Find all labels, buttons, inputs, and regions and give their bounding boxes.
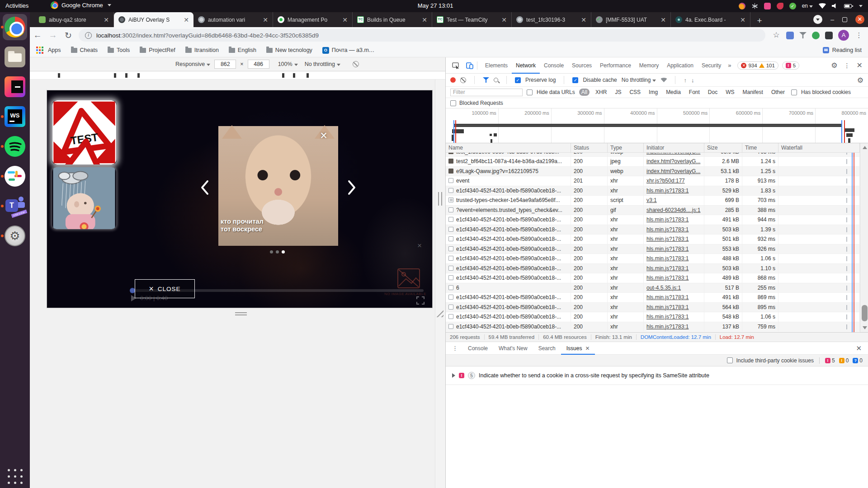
initiator-link[interactable]: hls.min.js?1783:1 xyxy=(646,314,689,320)
dock-item-toolbox[interactable] xyxy=(0,72,30,102)
carousel-dot-1[interactable] xyxy=(270,250,273,253)
initiator-link[interactable]: hls.min.js?1783:1 xyxy=(646,226,689,233)
resize-handle-corner[interactable] xyxy=(436,310,443,317)
tab-close-icon[interactable]: ✕ xyxy=(341,16,349,23)
battery-icon[interactable] xyxy=(844,4,852,8)
tab-close-icon[interactable]: ✕ xyxy=(660,16,667,23)
tab-close-icon[interactable]: ✕ xyxy=(580,16,587,23)
filter-chip-all[interactable]: All xyxy=(579,89,590,96)
export-har-icon[interactable]: ↓ xyxy=(691,77,694,84)
carousel-next-button[interactable] xyxy=(347,180,356,195)
devtools-settings-icon[interactable]: ⚙ xyxy=(831,61,837,70)
profile-avatar[interactable]: A xyxy=(838,30,849,41)
browser-tab-5[interactable]: TCBuilds in Queue✕ xyxy=(353,12,432,27)
browser-menu-icon[interactable]: ⋮ xyxy=(854,31,863,40)
table-row[interactable]: e1cf4340-452f-4201-b0eb-f5890a0ceb18-...… xyxy=(446,293,860,303)
bookmark-projectref[interactable]: ProjectRef xyxy=(140,47,175,53)
filter-input[interactable] xyxy=(450,89,523,96)
browser-tab-1[interactable]: aibuy-qa2 store✕ xyxy=(34,12,114,27)
volume-icon[interactable] xyxy=(832,3,838,9)
browser-tab-9[interactable]: 4a. Exec.Board -✕ xyxy=(671,12,750,27)
include-third-party-checkbox[interactable] xyxy=(727,357,733,363)
column-header-time[interactable]: Time xyxy=(742,143,778,153)
import-har-icon[interactable]: ↑ xyxy=(684,77,687,84)
reload-button[interactable]: ↻ xyxy=(61,30,76,41)
expand-issue-icon[interactable] xyxy=(452,373,455,378)
bookmark-cheats[interactable]: Cheats xyxy=(71,47,98,53)
drawer-tab-search[interactable]: Search xyxy=(533,342,561,355)
initiator-link[interactable]: hls.min.js?1783:1 xyxy=(646,236,689,242)
popup-close-icon[interactable]: × xyxy=(320,130,327,141)
filter-toggle-icon[interactable] xyxy=(483,77,489,83)
filter-chip-js[interactable]: JS xyxy=(613,89,623,96)
table-row[interactable]: e1cf4340-452f-4201-b0eb-f5890a0ceb18-...… xyxy=(446,235,860,244)
page-info-icon[interactable]: i xyxy=(85,32,92,39)
table-row[interactable]: e1cf4340-452f-4201-b0eb-f5890a0ceb18-...… xyxy=(446,312,860,322)
initiator-link[interactable]: index.html?overlayG... xyxy=(646,158,700,164)
table-row[interactable]: test2_bf64bc11-087a-414e-b36a-da2199a...… xyxy=(446,157,860,167)
bookmark--a3-m-[interactable]: OПочта — a3.m… xyxy=(322,47,374,54)
filter-chip-media[interactable]: Media xyxy=(664,89,683,96)
drawer-close-icon[interactable]: ✕ xyxy=(856,344,868,352)
devtools-tab-network[interactable]: Network xyxy=(512,57,540,74)
scroll-down-icon[interactable] xyxy=(863,326,867,329)
table-row[interactable]: ?event=elements.trusted_types_check&ev..… xyxy=(446,206,860,216)
carousel-dots[interactable] xyxy=(270,250,285,253)
filter-chip-other[interactable]: Other xyxy=(769,89,787,96)
column-header-name[interactable]: Name xyxy=(446,143,571,153)
viewport-height-input[interactable]: 486 xyxy=(248,60,269,69)
indicator-snowflake-icon[interactable] xyxy=(751,3,758,9)
initiator-link[interactable]: hls.min.js?1783:1 xyxy=(646,275,689,281)
network-settings-icon[interactable]: ⚙ xyxy=(857,76,863,84)
system-clock[interactable]: May 27 13:01 xyxy=(418,2,453,9)
dock-item-settings[interactable]: ⚙ xyxy=(0,221,30,251)
minimize-button[interactable]: – xyxy=(830,16,834,23)
inspect-element-icon[interactable] xyxy=(452,62,460,69)
filter-chip-doc[interactable]: Doc xyxy=(706,89,720,96)
initiator-link[interactable]: out-4.5.35.js:1 xyxy=(646,285,681,291)
fullscreen-button[interactable] xyxy=(416,296,425,305)
drawer-tab-what-s-new[interactable]: What's New xyxy=(493,342,533,355)
dock-item-webstorm[interactable]: WS xyxy=(0,102,30,131)
keyboard-layout[interactable]: en xyxy=(802,3,813,9)
wifi-icon[interactable] xyxy=(819,3,826,9)
bookmark-star-icon[interactable]: ☆ xyxy=(772,31,781,40)
browser-tab-4[interactable]: Management Po✕ xyxy=(273,12,353,27)
initiator-link[interactable]: hls.min.js?1783:1 xyxy=(646,324,689,330)
blocked-requests-checkbox[interactable] xyxy=(450,100,456,106)
network-overview-timeline[interactable]: 100000 ms200000 ms300000 ms400000 ms5000… xyxy=(446,108,868,143)
table-row[interactable]: test_1fd91e09-95c0-4cb-bdd0-97d94e58...2… xyxy=(446,153,860,157)
column-header-initiator[interactable]: Initiator xyxy=(644,143,704,153)
dock-item-files[interactable] xyxy=(0,42,30,72)
table-row[interactable]: 6200xhrout-4.5.35.js:1517 B255 ms xyxy=(446,283,860,293)
browser-tab-7[interactable]: test_1fc30196-3✕ xyxy=(512,12,591,27)
initiator-link[interactable]: hls.min.js?1783:1 xyxy=(646,304,689,310)
extension-blue-icon[interactable] xyxy=(786,32,794,39)
drawer-tab-close-icon[interactable]: ✕ xyxy=(585,345,590,352)
carousel-dot-2[interactable] xyxy=(276,250,279,253)
indicator-red-icon[interactable] xyxy=(777,3,783,9)
filter-chip-font[interactable]: Font xyxy=(687,89,702,96)
dock-item-spotify[interactable] xyxy=(0,131,30,161)
extension-dark-icon[interactable] xyxy=(825,32,833,39)
filter-chip-ws[interactable]: WS xyxy=(723,89,736,96)
table-row[interactable]: e1cf4340-452f-4201-b0eb-f5890a0ceb18-...… xyxy=(446,273,860,283)
carousel-dot-3[interactable] xyxy=(282,250,285,253)
carousel-prev-button[interactable] xyxy=(200,180,209,195)
tab-close-icon[interactable]: ✕ xyxy=(739,16,746,23)
zoom-select[interactable]: 100% xyxy=(278,61,298,67)
throttling-select[interactable]: No throttling xyxy=(305,61,340,67)
initiator-link[interactable]: index.html?overlayG... xyxy=(646,168,700,174)
preserve-log-checkbox[interactable]: ✓ xyxy=(515,77,521,83)
initiator-link[interactable]: hls.min.js?1783:1 xyxy=(646,255,689,262)
column-header-status[interactable]: Status xyxy=(571,143,608,153)
has-blocked-cookies-checkbox[interactable] xyxy=(791,89,797,95)
issue-item[interactable]: ! 5 Indicate whether to send a cookie in… xyxy=(446,370,868,381)
network-throttling-select[interactable]: No throttling xyxy=(622,77,656,83)
devtools-close-icon[interactable]: ✕ xyxy=(857,61,863,70)
carousel-thumbnail-test[interactable]: TEST xyxy=(52,100,117,164)
table-row[interactable]: e1cf4340-452f-4201-b0eb-f5890a0ceb18-...… xyxy=(446,186,860,196)
dock-item-slack[interactable] xyxy=(0,161,30,191)
initiator-link[interactable]: v3:1 xyxy=(646,197,657,203)
forward-button[interactable]: → xyxy=(45,30,61,40)
